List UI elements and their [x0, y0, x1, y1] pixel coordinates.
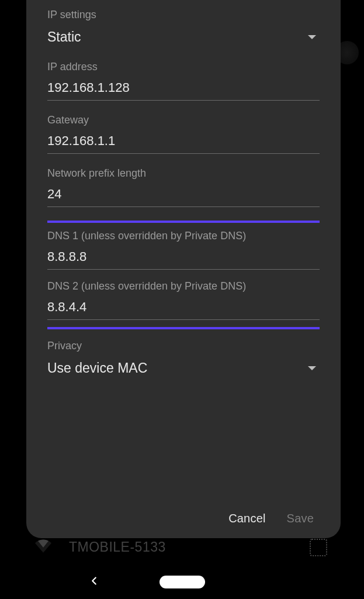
android-navbar [0, 565, 364, 599]
dns1-input[interactable]: 8.8.8.8 [47, 249, 320, 270]
prefix-length-field: Network prefix length 24 [47, 167, 320, 207]
cancel-button[interactable]: Cancel [228, 512, 265, 525]
ip-settings-label: IP settings [47, 9, 320, 21]
gateway-field: Gateway 192.168.1.1 [47, 114, 320, 154]
gateway-input[interactable]: 192.168.1.1 [47, 133, 320, 154]
wifi-icon [35, 538, 51, 556]
dns2-label: DNS 2 (unless overridden by Private DNS) [47, 280, 320, 292]
ip-address-field: IP address 192.168.1.128 [47, 61, 320, 101]
prefix-length-label: Network prefix length [47, 167, 320, 180]
gateway-label: Gateway [47, 114, 320, 126]
lock-icon [310, 539, 327, 556]
background-wifi-row: TMOBILE-5133 [35, 538, 166, 556]
ip-settings-field: IP settings Static [47, 9, 320, 47]
dns2-field: DNS 2 (unless overridden by Private DNS)… [47, 280, 320, 320]
ip-address-input[interactable]: 192.168.1.128 [47, 80, 320, 101]
ip-settings-value: Static [47, 29, 81, 45]
ip-settings-dropdown[interactable]: Static [47, 28, 320, 47]
back-button[interactable] [88, 574, 100, 590]
privacy-value: Use device MAC [47, 360, 147, 376]
home-gesture-pill[interactable] [160, 576, 205, 588]
dns1-field: DNS 1 (unless overridden by Private DNS)… [47, 230, 320, 270]
privacy-dropdown[interactable]: Use device MAC [47, 359, 320, 378]
dns2-input[interactable]: 8.8.4.4 [47, 300, 320, 320]
network-settings-dialog: IP settings Static IP address 192.168.1.… [26, 0, 341, 538]
background-wifi-name: TMOBILE-5133 [69, 539, 166, 555]
dialog-form: IP settings Static IP address 192.168.1.… [47, 9, 320, 505]
privacy-field: Privacy Use device MAC [47, 340, 320, 378]
prefix-length-input[interactable]: 24 [47, 187, 320, 207]
chevron-down-icon [308, 366, 316, 370]
dns1-label: DNS 1 (unless overridden by Private DNS) [47, 230, 320, 242]
ip-address-label: IP address [47, 61, 320, 73]
save-button[interactable]: Save [287, 512, 314, 525]
dns-highlight-annotation: DNS 1 (unless overridden by Private DNS)… [47, 221, 320, 329]
chevron-down-icon [308, 35, 316, 39]
privacy-label: Privacy [47, 340, 320, 352]
dialog-actions: Cancel Save [47, 505, 320, 528]
screen-background: TMOBILE-5133 IP settings Static IP addre… [0, 0, 364, 599]
